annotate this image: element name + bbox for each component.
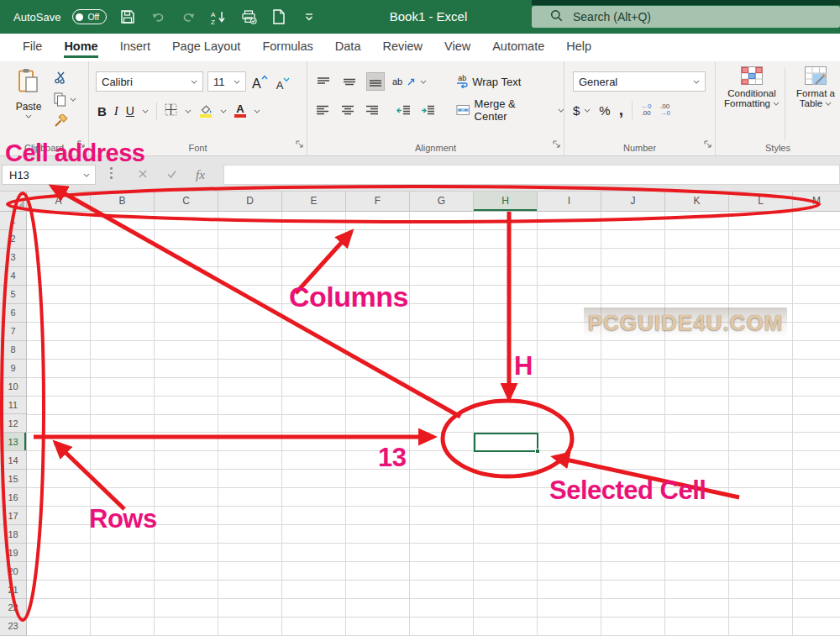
tab-automate[interactable]: Automate (481, 34, 555, 61)
column-header-M[interactable]: M (793, 192, 840, 211)
column-header-D[interactable]: D (218, 192, 282, 211)
align-top-button[interactable] (314, 72, 333, 91)
align-left-button[interactable] (314, 101, 331, 119)
shrink-font-button[interactable]: A (276, 79, 284, 92)
row-header-5[interactable]: 5 (0, 286, 26, 304)
column-header-C[interactable]: C (155, 192, 218, 211)
fill-color-chevron[interactable] (221, 108, 226, 113)
bold-button[interactable]: B (97, 104, 107, 118)
number-format-combo[interactable]: General (573, 71, 706, 92)
borders-button[interactable] (165, 103, 177, 119)
format-as-table-button[interactable]: Format a Table (786, 66, 840, 108)
decrease-indent-button[interactable] (395, 101, 412, 119)
underline-chevron[interactable] (143, 108, 148, 113)
save-icon[interactable] (118, 6, 137, 28)
column-header-K[interactable]: K (665, 192, 729, 211)
wrap-text-button[interactable]: ab Wrap Text (456, 76, 521, 88)
row-header-18[interactable]: 18 (0, 525, 26, 544)
customize-qat-icon[interactable] (300, 6, 318, 28)
decrease-decimal-button[interactable]: .00 →0 (659, 103, 669, 117)
redo-icon[interactable] (179, 6, 197, 28)
formula-bar-grip[interactable] (110, 167, 113, 179)
enter-check-icon[interactable] (166, 167, 177, 182)
paste-button[interactable]: Paste (10, 68, 47, 129)
tab-help[interactable]: Help (555, 34, 602, 61)
row-header-6[interactable]: 6 (0, 304, 26, 323)
merge-center-button[interactable]: Merge & Center (456, 97, 564, 123)
tab-data[interactable]: Data (324, 34, 372, 61)
tab-review[interactable]: Review (371, 34, 433, 61)
font-size-combo[interactable]: 11 (207, 71, 246, 92)
selected-cell-h13[interactable] (474, 433, 538, 452)
alignment-dialog-launcher[interactable] (553, 137, 561, 152)
row-header-11[interactable]: 11 (0, 397, 26, 415)
accounting-chevron[interactable] (585, 108, 590, 113)
comma-style-button[interactable]: , (619, 106, 623, 114)
insert-function-fx-icon[interactable]: fx (196, 168, 205, 182)
row-header-2[interactable]: 2 (0, 230, 26, 249)
search-box[interactable]: Search (Alt+Q) (532, 6, 840, 28)
tab-file[interactable]: File (12, 34, 53, 61)
row-header-22[interactable]: 22 (0, 599, 26, 618)
tab-page-layout[interactable]: Page Layout (161, 34, 251, 61)
column-header-A[interactable]: A (27, 192, 91, 211)
row-header-16[interactable]: 16 (0, 488, 26, 507)
new-document-icon[interactable] (270, 6, 288, 28)
column-header-H[interactable]: H (474, 192, 538, 211)
row-header-3[interactable]: 3 (0, 249, 26, 267)
row-header-13[interactable]: 13 (0, 433, 26, 451)
row-header-15[interactable]: 15 (0, 470, 26, 488)
align-bottom-button[interactable] (366, 72, 385, 91)
row-header-10[interactable]: 10 (0, 378, 26, 397)
align-center-button[interactable] (339, 101, 355, 119)
cut-button[interactable] (54, 70, 67, 85)
align-right-button[interactable] (364, 101, 381, 119)
orientation-button[interactable]: ab (392, 76, 427, 87)
row-header-4[interactable]: 4 (0, 267, 26, 286)
underline-button[interactable]: U (126, 104, 134, 118)
worksheet-cells[interactable] (27, 212, 840, 636)
clipboard-dialog-launcher[interactable] (77, 137, 86, 152)
print-preview-icon[interactable] (239, 6, 258, 28)
conditional-formatting-button[interactable]: Conditional Formatting (722, 66, 781, 108)
fill-handle[interactable] (535, 449, 540, 454)
row-header-8[interactable]: 8 (0, 341, 26, 360)
tab-formulas[interactable]: Formulas (251, 34, 323, 61)
increase-indent-button[interactable] (420, 101, 437, 119)
column-header-J[interactable]: J (601, 192, 665, 211)
number-dialog-launcher[interactable] (704, 137, 712, 152)
font-color-button[interactable]: A (234, 104, 246, 118)
column-header-B[interactable]: B (91, 192, 155, 211)
align-middle-button[interactable] (340, 72, 359, 91)
autosave-toggle[interactable]: Off (72, 9, 107, 24)
font-color-chevron[interactable] (255, 108, 260, 113)
row-header-20[interactable]: 20 (0, 562, 26, 581)
copy-button[interactable] (54, 92, 76, 107)
tab-insert[interactable]: Insert (109, 34, 161, 61)
tab-view[interactable]: View (433, 34, 481, 61)
percent-button[interactable]: % (599, 103, 610, 118)
select-all-corner[interactable] (0, 192, 27, 212)
undo-icon[interactable] (149, 6, 167, 28)
row-header-7[interactable]: 7 (0, 323, 26, 341)
column-header-F[interactable]: F (346, 192, 410, 211)
row-header-1[interactable]: 1 (0, 212, 26, 230)
row-header-9[interactable]: 9 (0, 360, 26, 378)
column-header-E[interactable]: E (282, 192, 346, 211)
sort-az-icon[interactable]: AZ (209, 6, 228, 28)
name-box[interactable]: H13 (2, 165, 96, 185)
row-header-19[interactable]: 19 (0, 544, 26, 562)
tab-home[interactable]: Home (53, 34, 108, 61)
row-header-12[interactable]: 12 (0, 414, 26, 433)
accounting-format-button[interactable]: $ (573, 103, 580, 118)
italic-button[interactable]: I (114, 104, 118, 118)
column-header-I[interactable]: I (538, 192, 601, 211)
row-header-17[interactable]: 17 (0, 507, 26, 525)
format-painter-button[interactable] (54, 113, 68, 129)
column-header-L[interactable]: L (729, 192, 793, 211)
font-name-combo[interactable]: Calibri (96, 71, 203, 92)
cancel-x-icon[interactable] (138, 167, 148, 182)
row-header-14[interactable]: 14 (0, 451, 26, 470)
row-header-23[interactable]: 23 (0, 618, 26, 636)
fill-color-button[interactable] (199, 104, 213, 118)
